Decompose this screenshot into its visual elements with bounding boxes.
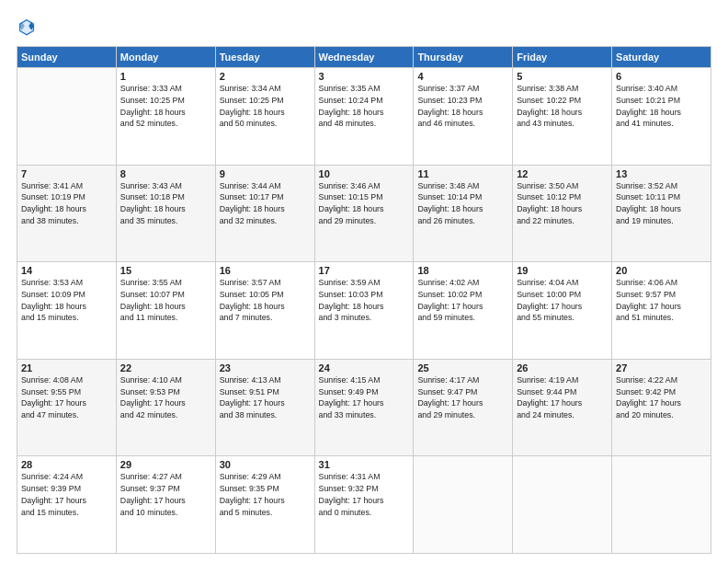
calendar-cell: 6Sunrise: 3:40 AM Sunset: 10:21 PM Dayli…: [612, 68, 711, 166]
day-info: Sunrise: 3:41 AM Sunset: 10:19 PM Daylig…: [21, 180, 112, 227]
calendar-cell: 8Sunrise: 3:43 AM Sunset: 10:18 PM Dayli…: [116, 165, 215, 262]
page: SundayMondayTuesdayWednesdayThursdayFrid…: [0, 0, 728, 563]
day-number: 29: [120, 459, 211, 470]
calendar-week-row: 7Sunrise: 3:41 AM Sunset: 10:19 PM Dayli…: [17, 165, 711, 262]
day-info: Sunrise: 3:57 AM Sunset: 10:05 PM Daylig…: [220, 277, 311, 324]
day-number: 12: [517, 168, 608, 179]
calendar-cell: 26Sunrise: 4:19 AM Sunset: 9:44 PM Dayli…: [513, 359, 612, 456]
day-number: 19: [517, 265, 608, 276]
day-info: Sunrise: 3:35 AM Sunset: 10:24 PM Daylig…: [319, 83, 410, 130]
day-info: Sunrise: 4:13 AM Sunset: 9:51 PM Dayligh…: [220, 374, 311, 421]
day-number: 31: [319, 459, 410, 470]
calendar-cell: 17Sunrise: 3:59 AM Sunset: 10:03 PM Dayl…: [314, 262, 414, 360]
calendar-week-row: 28Sunrise: 4:24 AM Sunset: 9:39 PM Dayli…: [17, 456, 711, 554]
day-info: Sunrise: 3:44 AM Sunset: 10:17 PM Daylig…: [220, 180, 311, 227]
day-info: Sunrise: 3:53 AM Sunset: 10:09 PM Daylig…: [21, 277, 112, 324]
day-number: 7: [21, 168, 112, 179]
day-number: 18: [417, 265, 508, 276]
day-number: 11: [417, 168, 508, 179]
calendar-cell: 24Sunrise: 4:15 AM Sunset: 9:49 PM Dayli…: [314, 359, 414, 456]
day-info: Sunrise: 4:08 AM Sunset: 9:55 PM Dayligh…: [21, 374, 112, 421]
calendar-cell: 2Sunrise: 3:34 AM Sunset: 10:25 PM Dayli…: [215, 68, 314, 166]
calendar-table: SundayMondayTuesdayWednesdayThursdayFrid…: [17, 46, 711, 554]
day-number: 13: [616, 168, 707, 179]
day-info: Sunrise: 3:52 AM Sunset: 10:11 PM Daylig…: [616, 180, 707, 227]
calendar-cell: 11Sunrise: 3:48 AM Sunset: 10:14 PM Dayl…: [414, 165, 513, 262]
day-number: 5: [517, 71, 608, 82]
calendar-header-tuesday: Tuesday: [215, 47, 314, 68]
calendar-cell: 12Sunrise: 3:50 AM Sunset: 10:12 PM Dayl…: [513, 165, 612, 262]
day-info: Sunrise: 3:50 AM Sunset: 10:12 PM Daylig…: [517, 180, 608, 227]
day-number: 22: [120, 362, 211, 373]
calendar-cell: 30Sunrise: 4:29 AM Sunset: 9:35 PM Dayli…: [215, 456, 314, 554]
calendar-cell: 31Sunrise: 4:31 AM Sunset: 9:32 PM Dayli…: [314, 456, 414, 554]
day-number: 24: [319, 362, 410, 373]
calendar-week-row: 1Sunrise: 3:33 AM Sunset: 10:25 PM Dayli…: [17, 68, 711, 166]
day-info: Sunrise: 4:06 AM Sunset: 9:57 PM Dayligh…: [616, 277, 707, 324]
calendar-cell: 7Sunrise: 3:41 AM Sunset: 10:19 PM Dayli…: [17, 165, 117, 262]
day-info: Sunrise: 3:55 AM Sunset: 10:07 PM Daylig…: [120, 277, 211, 324]
day-number: 25: [417, 362, 508, 373]
day-number: 6: [616, 71, 707, 82]
day-info: Sunrise: 4:17 AM Sunset: 9:47 PM Dayligh…: [417, 374, 508, 421]
calendar-cell: 9Sunrise: 3:44 AM Sunset: 10:17 PM Dayli…: [215, 165, 314, 262]
day-number: 15: [120, 265, 211, 276]
calendar-cell: 19Sunrise: 4:04 AM Sunset: 10:00 PM Dayl…: [513, 262, 612, 360]
day-info: Sunrise: 3:46 AM Sunset: 10:15 PM Daylig…: [319, 180, 410, 227]
day-info: Sunrise: 4:29 AM Sunset: 9:35 PM Dayligh…: [220, 471, 311, 518]
day-info: Sunrise: 4:24 AM Sunset: 9:39 PM Dayligh…: [21, 471, 112, 518]
calendar-cell: [17, 68, 117, 166]
day-info: Sunrise: 3:48 AM Sunset: 10:14 PM Daylig…: [417, 180, 508, 227]
calendar-header-sunday: Sunday: [17, 47, 117, 68]
calendar-cell: 3Sunrise: 3:35 AM Sunset: 10:24 PM Dayli…: [314, 68, 414, 166]
day-info: Sunrise: 4:31 AM Sunset: 9:32 PM Dayligh…: [319, 471, 410, 518]
calendar-cell: 10Sunrise: 3:46 AM Sunset: 10:15 PM Dayl…: [314, 165, 414, 262]
day-number: 10: [319, 168, 410, 179]
day-number: 20: [616, 265, 707, 276]
calendar-cell: 21Sunrise: 4:08 AM Sunset: 9:55 PM Dayli…: [17, 359, 117, 456]
day-info: Sunrise: 3:38 AM Sunset: 10:22 PM Daylig…: [517, 83, 608, 130]
day-number: 2: [220, 71, 311, 82]
logo-icon: [17, 17, 37, 37]
calendar-header-thursday: Thursday: [414, 47, 513, 68]
day-info: Sunrise: 3:33 AM Sunset: 10:25 PM Daylig…: [120, 83, 211, 130]
calendar-cell: [414, 456, 513, 554]
day-number: 23: [220, 362, 311, 373]
day-info: Sunrise: 3:34 AM Sunset: 10:25 PM Daylig…: [220, 83, 311, 130]
day-number: 1: [120, 71, 211, 82]
day-info: Sunrise: 3:43 AM Sunset: 10:18 PM Daylig…: [120, 180, 211, 227]
day-info: Sunrise: 3:59 AM Sunset: 10:03 PM Daylig…: [319, 277, 410, 324]
calendar-week-row: 14Sunrise: 3:53 AM Sunset: 10:09 PM Dayl…: [17, 262, 711, 360]
logo: [17, 17, 40, 37]
day-info: Sunrise: 4:15 AM Sunset: 9:49 PM Dayligh…: [319, 374, 410, 421]
calendar-cell: 13Sunrise: 3:52 AM Sunset: 10:11 PM Dayl…: [612, 165, 711, 262]
calendar-cell: 16Sunrise: 3:57 AM Sunset: 10:05 PM Dayl…: [215, 262, 314, 360]
day-number: 16: [220, 265, 311, 276]
day-number: 27: [616, 362, 707, 373]
calendar-header-saturday: Saturday: [612, 47, 711, 68]
calendar-cell: 15Sunrise: 3:55 AM Sunset: 10:07 PM Dayl…: [116, 262, 215, 360]
calendar-cell: 5Sunrise: 3:38 AM Sunset: 10:22 PM Dayli…: [513, 68, 612, 166]
calendar-cell: 25Sunrise: 4:17 AM Sunset: 9:47 PM Dayli…: [414, 359, 513, 456]
day-number: 4: [417, 71, 508, 82]
calendar-cell: 27Sunrise: 4:22 AM Sunset: 9:42 PM Dayli…: [612, 359, 711, 456]
day-info: Sunrise: 4:02 AM Sunset: 10:02 PM Daylig…: [417, 277, 508, 324]
day-info: Sunrise: 3:37 AM Sunset: 10:23 PM Daylig…: [417, 83, 508, 130]
day-info: Sunrise: 4:22 AM Sunset: 9:42 PM Dayligh…: [616, 374, 707, 421]
calendar-cell: 4Sunrise: 3:37 AM Sunset: 10:23 PM Dayli…: [414, 68, 513, 166]
calendar-cell: 28Sunrise: 4:24 AM Sunset: 9:39 PM Dayli…: [17, 456, 117, 554]
calendar-cell: 18Sunrise: 4:02 AM Sunset: 10:02 PM Dayl…: [414, 262, 513, 360]
calendar-cell: 22Sunrise: 4:10 AM Sunset: 9:53 PM Dayli…: [116, 359, 215, 456]
calendar-week-row: 21Sunrise: 4:08 AM Sunset: 9:55 PM Dayli…: [17, 359, 711, 456]
calendar-cell: 14Sunrise: 3:53 AM Sunset: 10:09 PM Dayl…: [17, 262, 117, 360]
day-number: 28: [21, 459, 112, 470]
day-number: 3: [319, 71, 410, 82]
day-number: 9: [220, 168, 311, 179]
day-info: Sunrise: 4:04 AM Sunset: 10:00 PM Daylig…: [517, 277, 608, 324]
day-number: 8: [120, 168, 211, 179]
calendar-cell: 29Sunrise: 4:27 AM Sunset: 9:37 PM Dayli…: [116, 456, 215, 554]
day-number: 21: [21, 362, 112, 373]
header: [17, 17, 711, 37]
day-number: 26: [517, 362, 608, 373]
calendar-header-friday: Friday: [513, 47, 612, 68]
